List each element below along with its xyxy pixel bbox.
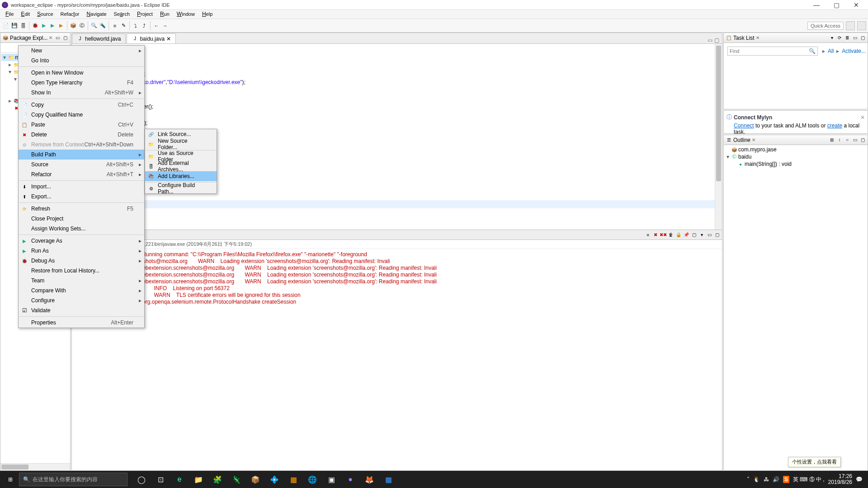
task-app-icon[interactable]: ▦ xyxy=(380,471,397,488)
ol-btn-icon[interactable]: ○ xyxy=(844,137,850,143)
taskbar-clock[interactable]: 17:26 2019/8/26 xyxy=(828,474,852,485)
menu-navigate[interactable]: Navigate xyxy=(83,10,110,19)
task-chrome-icon[interactable]: 🌐 xyxy=(304,471,321,488)
mark-occurrences-icon[interactable]: ✎ xyxy=(119,22,127,30)
ctx-copy-qualified[interactable]: 📄Copy Qualified Name xyxy=(19,110,144,120)
task-app-icon[interactable]: ▦ xyxy=(285,471,302,488)
close-button[interactable]: ✕ xyxy=(846,0,866,10)
terminate-icon[interactable]: ■ xyxy=(645,232,651,238)
task-edge-icon[interactable]: e xyxy=(171,471,188,488)
taskbar-search[interactable]: 🔍在这里输入你要搜索的内容 xyxy=(19,473,127,486)
sub-configure-build-path[interactable]: ⚙Configure Build Path... xyxy=(145,183,217,193)
tl-btn-icon[interactable]: ▾ xyxy=(829,35,835,41)
create-link[interactable]: create xyxy=(827,122,842,129)
new-icon[interactable]: 📄 xyxy=(2,22,10,30)
task-app-icon[interactable]: 📦 xyxy=(247,471,264,488)
scroll-lock-icon[interactable]: 🔒 xyxy=(675,232,682,238)
h-scrollbar[interactable] xyxy=(0,463,70,470)
task-cortana-icon[interactable]: ⊡ xyxy=(152,471,169,488)
ctx-build-path[interactable]: Build Path▸ xyxy=(19,150,144,160)
ctx-new[interactable]: New▸ xyxy=(19,46,144,56)
open-type-icon[interactable]: 🔍 xyxy=(90,22,98,30)
new-package-icon[interactable]: 📦 xyxy=(69,22,77,30)
ctx-import[interactable]: ⬇Import... xyxy=(19,182,144,192)
prev-annotation-icon[interactable]: ⤴ xyxy=(140,22,148,30)
maximize-view-icon[interactable]: ▢ xyxy=(714,232,720,238)
remove-launch-icon[interactable]: ✖ xyxy=(652,232,659,238)
package-explorer-tab[interactable]: 📦Package Expl...✕ ▭ ▢ xyxy=(0,33,70,43)
close-view-icon[interactable]: ✕ xyxy=(49,35,52,40)
tray-sogou-icon[interactable]: S xyxy=(783,476,789,483)
forward-icon[interactable]: → xyxy=(161,22,169,30)
minimize-view-icon[interactable]: ▭ xyxy=(706,232,712,238)
ctx-properties[interactable]: PropertiesAlt+Enter xyxy=(19,318,144,328)
outline-tab[interactable]: ☰Outline✕ ⊞ ↕ ○ ▭ ▢ xyxy=(724,135,868,145)
tray-network-icon[interactable]: 🖧 xyxy=(764,476,769,483)
ctx-refresh[interactable]: ⟳RefreshF5 xyxy=(19,204,144,214)
ctx-compare[interactable]: Compare With▸ xyxy=(19,286,144,296)
ctx-restore[interactable]: Restore from Local History... xyxy=(19,266,144,276)
menu-edit[interactable]: Edit xyxy=(17,10,33,19)
task-explorer-icon[interactable]: 📁 xyxy=(190,471,207,488)
minimize-button[interactable]: — xyxy=(807,0,826,10)
tray-ime-text[interactable]: 英 ⌨ ⑤ 中 , xyxy=(793,476,825,483)
sub-new-source-folder[interactable]: 📁New Source Folder... xyxy=(145,139,217,149)
ol-btn-icon[interactable]: ⊞ xyxy=(829,137,835,143)
tl-btn-icon[interactable]: ⟳ xyxy=(836,35,843,41)
ctx-open-new-window[interactable]: Open in New Window xyxy=(19,68,144,78)
open-console-icon[interactable]: ▾ xyxy=(698,232,705,238)
outline-method-row[interactable]: ●main(String[]) : void xyxy=(725,160,867,168)
menu-refactor[interactable]: Refactor xyxy=(57,10,83,19)
maximize-view-icon[interactable]: ▢ xyxy=(859,137,866,143)
activate-link[interactable]: Activate... xyxy=(842,48,866,54)
close-tab-icon[interactable]: ✕ xyxy=(166,36,171,42)
ctx-assign-working-sets[interactable]: Assign Working Sets... xyxy=(19,224,144,234)
ctx-close-project[interactable]: Close Project xyxy=(19,214,144,224)
start-button[interactable]: ⊞ xyxy=(2,471,19,488)
next-annotation-icon[interactable]: ⤵ xyxy=(132,22,140,30)
remove-all-icon[interactable]: ✖✖ xyxy=(660,232,666,238)
task-app-icon[interactable]: 💠 xyxy=(266,471,283,488)
close-view-icon[interactable]: ✕ xyxy=(756,35,760,40)
minimize-editor-icon[interactable]: ▭ xyxy=(708,37,712,43)
menu-run[interactable]: Run xyxy=(156,10,173,19)
close-icon[interactable]: ✕ xyxy=(860,114,865,121)
task-terminal-icon[interactable]: ▣ xyxy=(323,471,340,488)
search-icon[interactable]: 🔦 xyxy=(99,22,107,30)
menu-search[interactable]: Search xyxy=(110,10,133,19)
quick-access-input[interactable]: Quick Access xyxy=(807,22,844,30)
ctx-export[interactable]: ⬆Export... xyxy=(19,192,144,202)
ctx-coverage-as[interactable]: ▶Coverage As▸ xyxy=(19,236,144,246)
save-icon[interactable]: 💾 xyxy=(10,22,19,30)
coverage-icon[interactable]: ▶ xyxy=(48,22,57,30)
editor-tab-helloworld[interactable]: Jhelloworld.java xyxy=(72,33,126,43)
menu-help[interactable]: Help xyxy=(198,10,216,19)
perspective-button[interactable] xyxy=(846,21,855,30)
display-selected-icon[interactable]: ▢ xyxy=(691,232,697,238)
ext-tools-icon[interactable]: ▶ xyxy=(57,22,65,30)
editor-tab-baidu[interactable]: Jbaidu.java✕ xyxy=(127,33,176,43)
maximize-view-icon[interactable]: ▢ xyxy=(62,35,68,41)
outline-tree[interactable]: 📦com.mypro.jase ▾Ⓒbaidu ●main(String[]) … xyxy=(724,145,868,470)
menu-file[interactable]: File xyxy=(2,10,17,19)
search-icon[interactable]: 🔍 xyxy=(809,48,816,54)
task-find-input[interactable]: 🔍 xyxy=(727,47,818,56)
ctx-debug-as[interactable]: 🐞Debug As▸ xyxy=(19,256,144,266)
tray-up-icon[interactable]: ˄ xyxy=(747,476,750,483)
task-view-icon[interactable]: ◯ xyxy=(133,471,150,488)
ctx-open-type-hierarchy[interactable]: Open Type HierarchyF4 xyxy=(19,78,144,88)
clear-console-icon[interactable]: 🗑 xyxy=(668,232,674,238)
sub-add-libraries[interactable]: 📚Add Libraries... xyxy=(145,171,217,181)
system-tray[interactable]: ˄ 🐧 🖧 🔊 S 英 ⌨ ⑤ 中 , 17:26 2019/8/26 💬 xyxy=(747,474,866,485)
sub-add-external[interactable]: 🗄Add External Archives... xyxy=(145,161,217,171)
minimize-view-icon[interactable]: ▭ xyxy=(852,137,858,143)
ctx-copy[interactable]: 📄CopyCtrl+C xyxy=(19,100,144,110)
ctx-validate[interactable]: ☑Validate xyxy=(19,305,144,315)
debug-icon[interactable]: 🐞 xyxy=(31,22,39,30)
tray-wechat-icon[interactable]: 🐧 xyxy=(753,476,760,483)
new-class-icon[interactable]: Ⓒ xyxy=(78,22,86,30)
back-icon[interactable]: ← xyxy=(152,22,160,30)
tray-volume-icon[interactable]: 🔊 xyxy=(773,476,779,483)
outline-class-row[interactable]: ▾Ⓒbaidu xyxy=(725,153,867,160)
close-view-icon[interactable]: ✕ xyxy=(752,137,755,142)
